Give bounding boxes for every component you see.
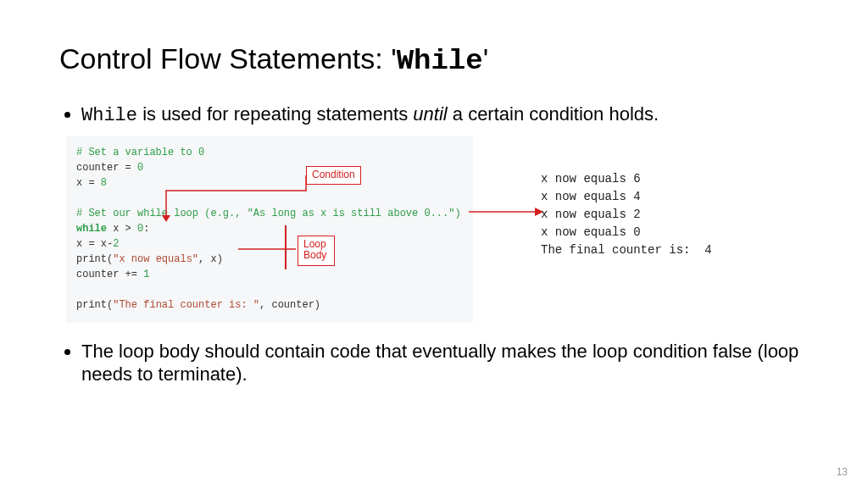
code-line: counter = xyxy=(76,162,137,174)
title-keyword: While xyxy=(397,45,483,77)
bullet-list: While is used for repeating statements u… xyxy=(59,103,809,128)
annotation-loop-l1: Loop xyxy=(303,238,326,250)
slide: Control Flow Statements: 'While' While i… xyxy=(0,0,868,488)
code-line: x > xyxy=(107,223,137,235)
code-line: 0 xyxy=(137,162,143,174)
example-row: # Set a variable to 0 counter = 0 x = 8 … xyxy=(66,136,809,314)
code-line: x = xyxy=(76,177,101,189)
condition-arrow-icon xyxy=(159,184,312,228)
code-line: counter += xyxy=(76,269,143,280)
page-number: 13 xyxy=(837,466,848,478)
bullet-1-mid: is used for repeating statements xyxy=(137,103,413,125)
bullet-1-end: a certain condition holds. xyxy=(448,103,659,125)
output-line: x now equals 6 xyxy=(541,172,641,186)
annotation-condition: Condition xyxy=(306,166,361,186)
code-line: x = x- xyxy=(76,238,113,250)
annotation-loop-l2: Body xyxy=(303,249,326,261)
bullet-2: The loop body should contain code that e… xyxy=(81,340,809,386)
bullet-1-italic: until xyxy=(413,103,447,125)
code-line: "x now equals" xyxy=(113,253,198,265)
code-line: # Set a variable to 0 xyxy=(76,147,204,158)
code-line: 8 xyxy=(101,177,107,189)
output-line: The final counter is: 4 xyxy=(541,243,712,257)
code-line: print xyxy=(76,299,107,311)
output-line: x now equals 4 xyxy=(541,190,641,203)
code-example: # Set a variable to 0 counter = 0 x = 8 … xyxy=(66,136,473,323)
slide-title: Control Flow Statements: 'While' xyxy=(59,42,809,77)
title-suffix: ' xyxy=(483,42,489,75)
code-line: , counter) xyxy=(259,299,320,311)
code-line: 1 xyxy=(143,269,149,280)
title-prefix: Control Flow Statements: ' xyxy=(59,42,397,75)
loop-body-connector-icon xyxy=(238,247,299,252)
bullet-1: While is used for repeating statements u… xyxy=(81,103,809,128)
output-arrow-icon xyxy=(469,208,545,216)
output-line: x now equals 0 xyxy=(541,225,641,239)
code-line: : xyxy=(143,223,149,235)
output-line: x now equals 2 xyxy=(541,208,641,221)
code-line: print xyxy=(76,253,107,265)
code-line: while xyxy=(76,223,107,235)
code-line: 2 xyxy=(113,238,119,250)
annotation-loop-body: Loop Body xyxy=(298,236,335,267)
code-line: , x) xyxy=(198,253,223,265)
annotation-condition-label: Condition xyxy=(312,169,355,180)
code-output: x now equals 6 x now equals 4 x now equa… xyxy=(541,170,712,259)
bullet-list-2: The loop body should contain code that e… xyxy=(59,340,809,386)
code-line: "The final counter is: " xyxy=(113,299,259,311)
bullet-1-code: While xyxy=(81,105,137,126)
